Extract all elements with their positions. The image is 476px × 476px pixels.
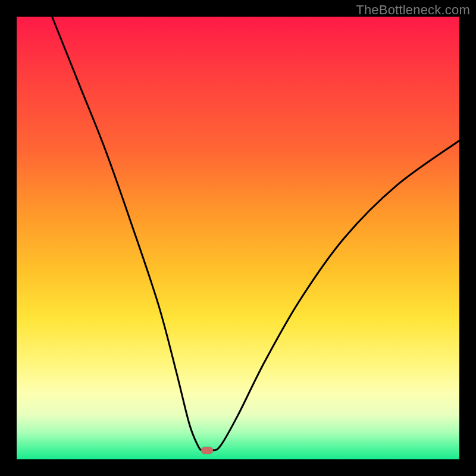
bottleneck-curve: [17, 17, 459, 459]
chart-frame: TheBottleneck.com: [0, 0, 476, 476]
curve-path: [52, 17, 460, 451]
watermark-text: TheBottleneck.com: [356, 2, 470, 18]
plot-area: [17, 17, 459, 459]
optimal-marker: [201, 447, 213, 454]
